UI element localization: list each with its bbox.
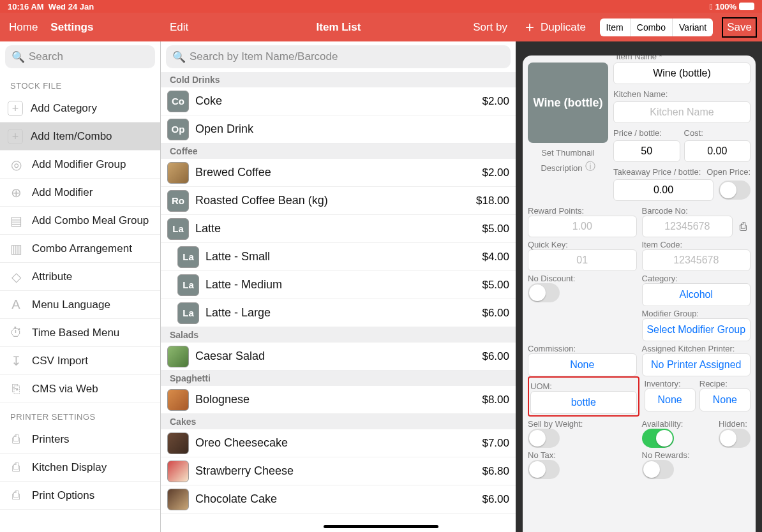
item-price: $7.00 [482,437,509,450]
plus-icon[interactable]: + [525,18,534,36]
item-list: 🔍Search by Item Name/Barcode Cold Drinks… [161,41,516,532]
nav-edit[interactable]: Edit [170,21,188,34]
reward-input[interactable]: 1.00 [528,216,637,237]
item-row[interactable]: Strawberry Cheese$6.80 [161,457,516,485]
seg-item[interactable]: Item [600,18,630,36]
sidebar-item[interactable]: ◇Attribute [0,263,160,291]
item-row[interactable]: OpOpen Drink [161,115,516,144]
quickkey-input[interactable]: 01 [528,249,637,271]
section-stock: STOCK FILE [0,72,160,94]
item-price: $8.00 [482,394,509,406]
item-price: $6.00 [482,307,509,320]
item-row[interactable]: RoRoasted Coffee Bean (kg)$18.00 [161,187,516,215]
sidebar-item[interactable]: AMenu Language [0,291,160,319]
sidebar-item[interactable]: ↧CSV Import [0,347,160,375]
item-thumb [167,389,189,411]
item-price: $2.00 [482,166,509,179]
sidebar-item[interactable]: ⎙Printers [0,425,160,454]
nav-settings[interactable]: Settings [50,21,93,34]
item-price: $4.00 [482,251,509,263]
sidebar-item[interactable]: ⊕Add Modifier [0,179,160,207]
item-name-input[interactable]: Wine (bottle) [613,63,751,84]
nodiscount-toggle[interactable] [528,283,560,302]
sidebar-item[interactable]: ⎙Kitchen Display [0,454,160,482]
sidebar-icon: ⏱ [8,325,24,341]
takeaway-input[interactable]: 0.00 [613,179,713,201]
sidebar-item[interactable]: ▥Combo Arrangement [0,235,160,263]
inventory-button[interactable]: None [645,388,696,411]
seg-combo[interactable]: Combo [630,18,672,36]
item-row[interactable]: Oreo Cheesecake$7.00 [161,429,516,457]
item-row[interactable]: CoCoke$2.00 [161,87,516,115]
item-row[interactable]: Bolognese$8.00 [161,386,516,414]
item-row[interactable]: LaLatte$5.00 [161,215,516,243]
norewards-toggle[interactable] [642,460,674,479]
segmented-control[interactable]: Item Combo Variant [600,18,713,36]
item-row[interactable]: LaLatte - Large$6.00 [161,299,516,327]
sidebar-icon: + [8,101,23,116]
item-row[interactable]: LaLatte - Small$4.00 [161,243,516,271]
item-thumb [167,346,189,367]
sidebar-icon: ⎙ [8,459,24,476]
item-name: Latte - Large [205,306,271,320]
printer-button[interactable]: No Printer Assigned [642,353,751,376]
item-search[interactable]: 🔍Search by Item Name/Barcode [166,45,511,68]
nav-home[interactable]: Home [9,21,38,34]
item-row[interactable]: Brewed Coffee$2.00 [161,159,516,187]
set-thumbnail[interactable]: Set Thumbnail [541,145,595,158]
item-price: $6.00 [482,350,509,363]
item-name: Brewed Coffee [195,166,271,179]
sidebar-item[interactable]: ◎Add Modifier Group [0,151,160,179]
nav-sort[interactable]: Sort by [473,21,507,34]
category-header: Cakes [161,414,516,429]
seg-variant[interactable]: Variant [672,18,713,36]
nav-duplicate[interactable]: Duplicate [541,21,586,34]
itemcode-input[interactable]: 12345678 [642,249,751,271]
info-icon[interactable]: ⓘ [585,160,595,174]
sidebar-item[interactable]: ⎙Print Options [0,482,160,510]
barcode-input[interactable]: 12345678 [642,216,733,237]
sidebar-icon: ⎙ [8,487,24,504]
sidebar-icon: ◇ [8,269,24,285]
category-button[interactable]: Alcohol [642,283,751,306]
cost-input[interactable]: 0.00 [684,140,751,162]
sidebar-item[interactable]: +Add Category [0,94,160,122]
item-thumb: La [177,274,199,296]
sidebar-icon: ⎘ [8,381,24,397]
open-price-toggle[interactable] [719,181,751,200]
availability-toggle[interactable] [642,429,674,448]
weight-toggle[interactable] [528,429,560,448]
item-thumb: La [177,246,199,268]
hidden-toggle[interactable] [719,429,751,448]
recipe-button[interactable]: None [699,388,751,411]
item-thumb [167,162,189,184]
search-icon: 🔍 [11,50,25,64]
sidebar-search[interactable]: 🔍Search [5,45,155,68]
item-row[interactable]: Caesar Salad$6.00 [161,343,516,371]
item-price: $2.00 [482,95,509,108]
thumbnail[interactable]: Wine (bottle) [528,63,608,143]
item-thumb: Ro [167,190,189,212]
battery-icon [739,3,754,10]
item-row[interactable]: LaLatte - Medium$5.00 [161,271,516,299]
kitchen-name-input[interactable]: Kitchen Name [613,101,751,123]
sidebar-icon: ▥ [8,240,24,257]
sidebar-item[interactable]: ▤Add Combo Meal Group [0,207,160,235]
barcode-scan-icon[interactable]: ⎙ [735,220,751,233]
item-name: Bolognese [195,393,250,406]
item-price: $6.00 [482,493,509,506]
sidebar-item[interactable]: ⏱Time Based Menu [0,319,160,347]
item-row[interactable]: Chocolate Cake$6.00 [161,485,516,514]
item-price: $6.80 [482,465,509,478]
sidebar-icon: ↧ [8,353,24,369]
item-name: Open Drink [195,122,253,136]
sidebar-item[interactable]: +Add Item/Combo [0,122,160,151]
sidebar-icon: ⊕ [8,184,24,201]
save-button[interactable]: Save [722,17,757,38]
uom-button[interactable]: bottle [530,391,637,414]
modgroup-button[interactable]: Select Modifier Group [642,318,751,341]
price-input[interactable]: 50 [613,140,680,162]
sidebar-item[interactable]: ⎘CMS via Web [0,375,160,403]
notax-toggle[interactable] [528,460,560,479]
commission-button[interactable]: None [528,353,637,376]
